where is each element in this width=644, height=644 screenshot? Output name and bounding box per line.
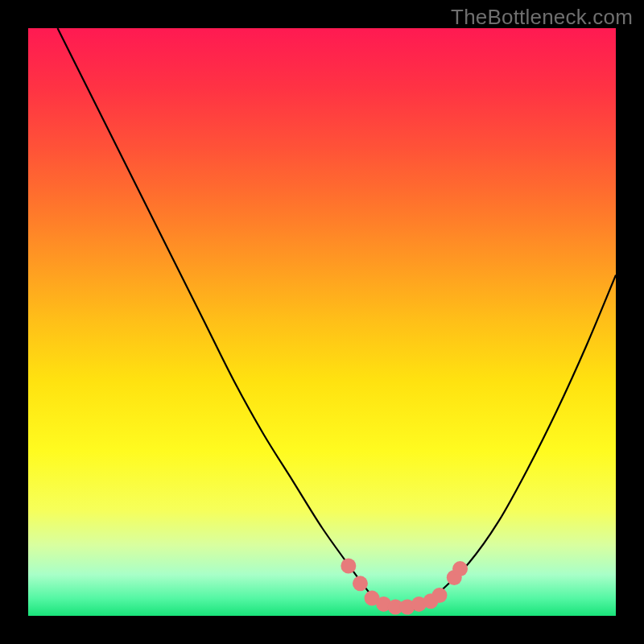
- chart-stage: TheBottleneck.com: [0, 0, 644, 644]
- marker-dot: [452, 561, 468, 576]
- marker-dot: [353, 576, 368, 591]
- plot-area: [28, 28, 616, 616]
- watermark-text: TheBottleneck.com: [451, 5, 633, 30]
- marker-dot: [341, 558, 356, 573]
- chart-svg: [28, 28, 616, 616]
- marker-dot: [432, 588, 448, 603]
